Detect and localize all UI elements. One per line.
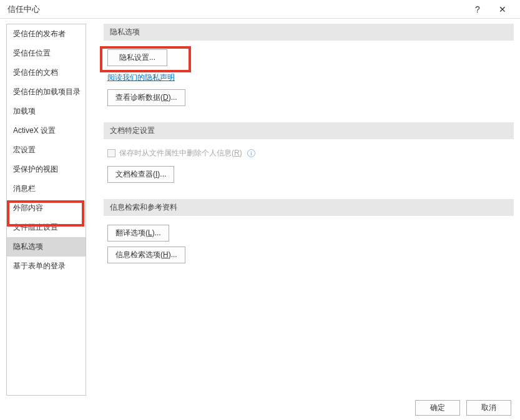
view-diagnostic-data-button[interactable]: 查看诊断数据(D)... bbox=[107, 89, 185, 106]
sidebar-item-external-content[interactable]: 外部内容 bbox=[7, 198, 86, 218]
sidebar-item-macro-settings[interactable]: 宏设置 bbox=[7, 140, 86, 160]
content-panel: 隐私选项 隐私设置... 阅读我们的隐私声明 查看诊断数据(D)... 文档特定… bbox=[86, 24, 514, 396]
sidebar-item-privacy-options[interactable]: 隐私选项 bbox=[7, 237, 86, 256]
remove-personal-info-checkbox[interactable] bbox=[107, 149, 115, 157]
sidebar-item-form-based-signin[interactable]: 基于表单的登录 bbox=[7, 256, 86, 276]
section-privacy-options: 隐私选项 隐私设置... 阅读我们的隐私声明 查看诊断数据(D)... bbox=[104, 24, 514, 111]
sidebar-item-file-block-settings[interactable]: 文件阻止设置 bbox=[7, 218, 86, 237]
remove-personal-info-checkbox-row: 保存时从文件属性中删除个人信息(R) i bbox=[107, 148, 514, 159]
sidebar-item-trusted-publishers[interactable]: 受信任的发布者 bbox=[7, 24, 86, 44]
sidebar-item-trusted-documents[interactable]: 受信任的文档 bbox=[7, 63, 86, 82]
sidebar-item-trusted-locations[interactable]: 受信任位置 bbox=[7, 44, 86, 63]
sidebar-item-activex-settings[interactable]: ActiveX 设置 bbox=[7, 121, 86, 140]
translation-options-button[interactable]: 翻译选项(L)... bbox=[107, 225, 169, 242]
privacy-settings-button[interactable]: 隐私设置... bbox=[107, 49, 167, 66]
remove-personal-info-label: 保存时从文件属性中删除个人信息(R) bbox=[119, 148, 242, 159]
help-icon[interactable]: ? bbox=[465, 1, 490, 18]
section-document-specific: 文档特定设置 保存时从文件属性中删除个人信息(R) i 文档检查器(I)... bbox=[104, 122, 514, 188]
section-header-research: 信息检索和参考资料 bbox=[104, 199, 514, 216]
section-header-privacy: 隐私选项 bbox=[104, 24, 514, 41]
document-inspector-button[interactable]: 文档检查器(I)... bbox=[107, 166, 174, 183]
sidebar-item-protected-view[interactable]: 受保护的视图 bbox=[7, 160, 86, 179]
section-header-docspec: 文档特定设置 bbox=[104, 122, 514, 139]
section-research-reference: 信息检索和参考资料 翻译选项(L)... 信息检索选项(H)... bbox=[104, 199, 514, 268]
info-icon[interactable]: i bbox=[247, 149, 255, 157]
close-icon[interactable]: ✕ bbox=[490, 1, 515, 18]
sidebar-item-message-bar[interactable]: 消息栏 bbox=[7, 179, 86, 198]
privacy-statement-link[interactable]: 阅读我们的隐私声明 bbox=[107, 72, 175, 83]
ok-button[interactable]: 确定 bbox=[415, 400, 460, 416]
cancel-button[interactable]: 取消 bbox=[466, 400, 511, 416]
sidebar-item-trusted-addin-catalogs[interactable]: 受信任的加载项目录 bbox=[7, 82, 86, 102]
sidebar: 受信任的发布者 受信任位置 受信任的文档 受信任的加载项目录 加载项 Activ… bbox=[6, 24, 86, 396]
dialog-footer: 确定 取消 bbox=[0, 396, 520, 419]
titlebar: 信任中心 ? ✕ bbox=[0, 0, 520, 19]
sidebar-item-addins[interactable]: 加载项 bbox=[7, 102, 86, 121]
research-options-button[interactable]: 信息检索选项(H)... bbox=[107, 247, 185, 263]
dialog-title: 信任中心 bbox=[7, 4, 40, 15]
dialog-body: 受信任的发布者 受信任位置 受信任的文档 受信任的加载项目录 加载项 Activ… bbox=[0, 19, 520, 396]
